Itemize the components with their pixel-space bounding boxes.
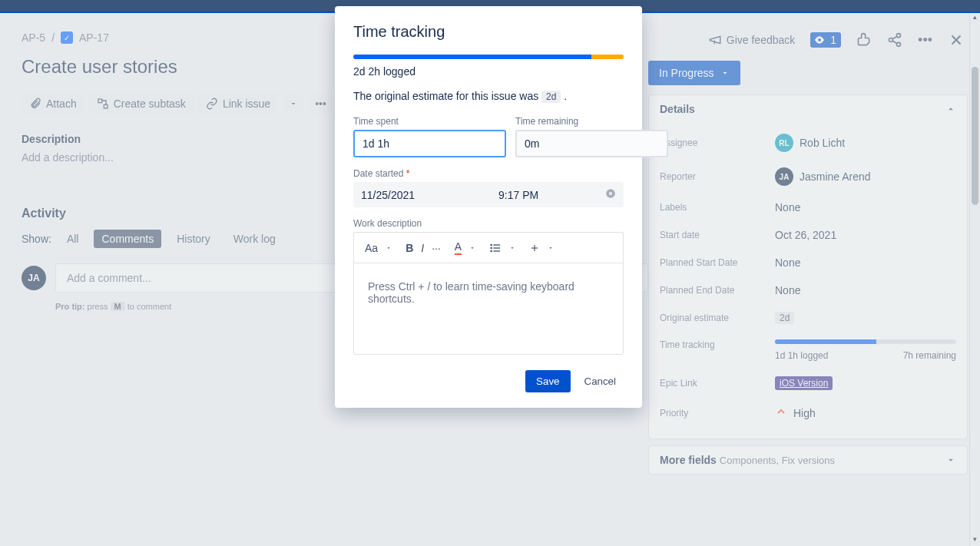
text-color-icon: A <box>455 240 462 255</box>
time-remaining-input[interactable] <box>515 130 668 157</box>
estimate-suffix: . <box>564 90 567 102</box>
time-tracking-modal: Time tracking 2d 2h logged The original … <box>335 6 642 408</box>
insert-button[interactable] <box>529 243 554 253</box>
time-value: 9:17 PM <box>468 189 605 201</box>
save-button[interactable]: Save <box>525 370 570 392</box>
svg-point-9 <box>491 244 492 245</box>
time-spent-label: Time spent <box>353 116 506 127</box>
text-style-icon: Aa <box>365 242 378 254</box>
work-description-editor[interactable]: Press Ctrl + / to learn time-saving keyb… <box>353 263 624 355</box>
svg-point-10 <box>491 247 492 248</box>
estimate-chip: 2d <box>541 91 561 103</box>
modal-title: Time tracking <box>353 23 624 41</box>
more-formatting-button[interactable]: ··· <box>432 242 441 254</box>
text-style-button[interactable]: Aa <box>365 242 392 254</box>
editor-toolbar: Aa B I ··· A <box>353 232 624 263</box>
time-spent-input[interactable] <box>353 130 506 157</box>
cancel-button[interactable]: Cancel <box>577 370 624 392</box>
chevron-down-icon <box>509 245 515 251</box>
chevron-down-icon <box>548 245 554 251</box>
estimate-prefix: The original estimate for this issue was <box>353 90 541 102</box>
bold-button[interactable]: B <box>406 242 413 254</box>
list-icon <box>489 242 502 254</box>
chevron-down-icon <box>386 245 392 251</box>
italic-button[interactable]: I <box>421 242 424 254</box>
date-value: 11/25/2021 <box>361 189 468 201</box>
plus-icon <box>529 243 540 253</box>
modal-logged-text: 2d 2h logged <box>353 65 624 78</box>
modal-estimate-text: The original estimate for this issue was… <box>353 90 624 102</box>
chevron-down-icon <box>469 245 475 251</box>
text-color-button[interactable]: A <box>455 240 475 255</box>
work-description-label: Work description <box>353 218 624 229</box>
date-started-input[interactable]: 11/25/2021 9:17 PM <box>353 182 624 207</box>
svg-point-11 <box>491 250 492 251</box>
list-button[interactable] <box>489 242 515 254</box>
date-started-label: Date started * <box>353 168 624 179</box>
time-remaining-label: Time remaining <box>515 116 668 127</box>
modal-progress-bar <box>353 55 624 59</box>
clear-date-button[interactable] <box>605 188 616 201</box>
